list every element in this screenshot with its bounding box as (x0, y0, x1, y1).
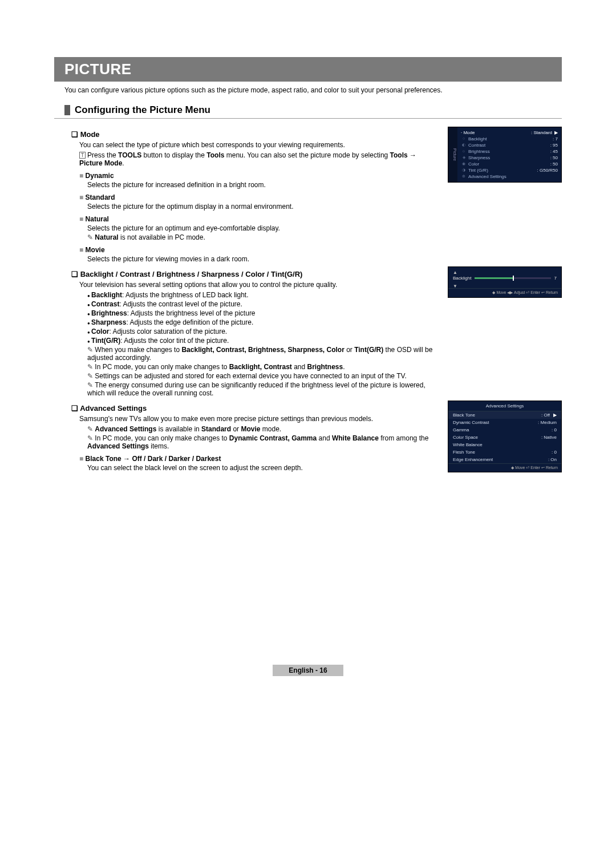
osd-row: White Balance (448, 441, 561, 448)
bcb-intro: Your television has several setting opti… (79, 281, 441, 289)
osd-row: Edge Enhancement: On (448, 456, 561, 463)
mode-natural-text: Selects the picture for an optimum and e… (87, 224, 441, 232)
txt: Backlight, Contrast (229, 363, 292, 371)
txt: : Adjusts the edge definition of the pic… (126, 318, 253, 326)
txt: is not available in PC mode. (119, 233, 205, 241)
txt: and (317, 434, 332, 442)
txt: mode. (260, 425, 281, 433)
osd-row: ◐Contrast: 95 (461, 142, 558, 148)
bcb-bullet: Backlight: Adjusts the brightness of LED… (87, 291, 441, 299)
page-number: English - 16 (273, 665, 343, 676)
osd-footer-hints: ◆ Move ◀▶ Adjust ⏎ Enter ↩ Return (448, 288, 561, 297)
arrow-right-icon: ▶ (552, 130, 558, 135)
osd-tab-label: Picture (448, 127, 457, 182)
osd-key: White Balance (453, 442, 483, 447)
osd-val: : 7 (553, 136, 558, 142)
mode-heading: Mode (71, 130, 441, 139)
osd-key: · Mode (461, 130, 475, 135)
txt: Backlight (91, 291, 122, 299)
osd-key: Gamma (453, 427, 469, 432)
adv-note: In PC mode, you can only make changes to… (87, 434, 441, 450)
txt: Advanced Settings (95, 425, 156, 433)
txt: . (343, 363, 345, 371)
osd-key: Color Space (453, 435, 478, 440)
adv-blacktone-text: You can select the black level on the sc… (87, 464, 441, 472)
osd-val: : 45 (550, 149, 558, 154)
txt: Natural (95, 233, 118, 241)
osd-val: : On (548, 457, 557, 462)
bcb-heading: Backlight / Contrast / Brightness / Shar… (71, 270, 441, 278)
txt: items. (149, 442, 169, 450)
arrow-down-icon: ▼ (453, 284, 557, 288)
slider-label: Backlight (453, 276, 471, 281)
page-title: PICTURE (54, 57, 562, 82)
txt: Contrast (91, 300, 119, 308)
mode-natural-note: Natural is not available in PC mode. (87, 233, 441, 241)
slider-bar (475, 277, 550, 279)
adv-intro: Samsung's new TVs allow you to make even… (79, 415, 441, 423)
txt: Backlight, Contrast, Brightness, Sharpne… (181, 346, 344, 354)
txt: menu. You can also set the picture mode … (224, 151, 390, 159)
osd3-title: Advanced Settings (448, 401, 561, 411)
txt: Tools (206, 151, 224, 159)
mode-standard-text: Selects the picture for the optimum disp… (87, 203, 441, 211)
osd-key: Black Tone (453, 413, 475, 418)
osd-key: Flesh Tone (453, 450, 475, 455)
osd-val: : 95 (550, 143, 558, 148)
txt: Color (91, 328, 109, 335)
osd-row: ⊕Advanced Settings (461, 173, 558, 180)
osd-advanced-settings: Advanced Settings Black Tone: Off▶ Dynam… (448, 401, 562, 472)
txt: : Adjusts the contrast level of the pict… (119, 300, 242, 308)
osd-key: Color (468, 161, 550, 167)
osd-key: Edge Enhancement (453, 457, 493, 462)
osd-val: : G50/R50 (537, 168, 558, 173)
osd-key: Backlight (468, 136, 553, 142)
mode-tools-note: Press the TOOLS button to display the To… (79, 151, 441, 167)
osd-key: Tint (G/R) (468, 168, 537, 173)
txt: or (345, 346, 354, 354)
osd-val: : Native (541, 435, 557, 440)
osd-row: Flesh Tone: 0 (448, 448, 561, 456)
txt: : Adjusts color saturation of the pictur… (109, 328, 227, 335)
arrow-right-icon: ▶ (550, 413, 557, 418)
txt: TOOLS (118, 151, 141, 159)
mode-movie-heading: Movie (79, 246, 441, 254)
arrow-up-icon: ▲ (453, 270, 557, 274)
bcb-bullet: Tint(G/R): Adjusts the color tint of the… (87, 337, 441, 345)
osd-key: Advanced Settings (468, 174, 558, 179)
txt: and (292, 363, 307, 371)
bcb-note: Settings can be adjusted and stored for … (87, 372, 441, 380)
osd-footer-hints: ◆ Move ⏎ Enter ↩ Return (448, 463, 561, 472)
txt: Advanced Settings (87, 442, 149, 450)
txt: Movie (241, 425, 260, 433)
osd-val: : Medium (538, 420, 557, 425)
osd-row: · Mode : Standard▶ (461, 130, 558, 136)
txt: Brightness (307, 363, 343, 371)
txt: Standard (201, 425, 231, 433)
osd-row: ○Backlight: 7 (461, 136, 558, 142)
txt: When you make changes to (95, 346, 181, 354)
osd-val: : Off (541, 413, 550, 418)
mode-movie-text: Selects the picture for viewing movies i… (87, 255, 441, 263)
osd-val: : 50 (550, 161, 558, 167)
osd-key: Sharpness (468, 155, 550, 160)
txt: . (122, 159, 124, 167)
txt: In PC mode, you can only make changes to (95, 363, 229, 371)
osd-row: ◈Sharpness: 50 (461, 155, 558, 161)
osd-row: ☼Brightness: 45 (461, 148, 558, 155)
txt: or (231, 425, 241, 433)
adv-heading: Advanced Settings (71, 404, 441, 413)
osd-row: Gamma: 0 (448, 426, 561, 434)
txt: In PC mode, you can only make changes to (95, 434, 229, 442)
section-mark-icon (64, 105, 70, 115)
bcb-bullet: Color: Adjusts color saturation of the p… (87, 328, 441, 335)
txt: White Balance (332, 434, 379, 442)
mode-intro: You can select the type of picture which… (79, 141, 441, 149)
adv-note: Advanced Settings is available in Standa… (87, 425, 441, 433)
osd-key: Brightness (468, 149, 550, 154)
txt: Press the (87, 151, 118, 159)
adv-blacktone-heading: Black Tone → Off / Dark / Darker / Darke… (79, 455, 441, 463)
section-header: Configuring the Picture Menu (54, 104, 562, 119)
osd-val: : 0 (552, 427, 557, 432)
osd-key: Contrast (468, 143, 550, 148)
